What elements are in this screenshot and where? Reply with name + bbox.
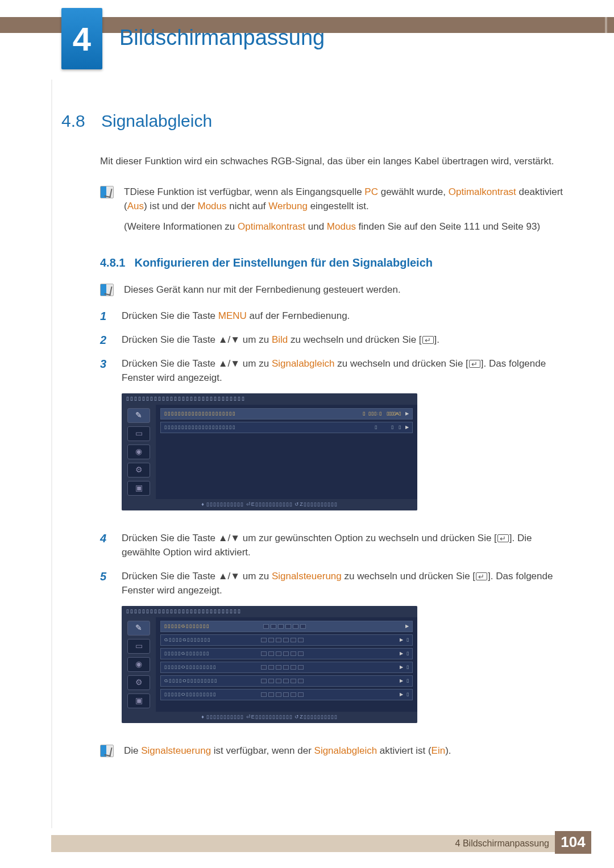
t: zu wechseln und drücken Sie [ — [334, 358, 468, 369]
hl-optimalkontrast: Optimalkontrast — [238, 221, 305, 232]
step-text: Drücken Sie die Taste ▲/▼ um zu Signalst… — [122, 569, 569, 734]
osd-row-label: ▯▯▯▯▯O▯▯▯▯▯▯▯▯▯ — [164, 664, 258, 671]
note-block-2: Dieses Gerät kann nur mit der Fernbedien… — [100, 283, 569, 297]
t: ▯▯▯▯A▯ — [387, 410, 401, 417]
subsection-number: 4.8.1 — [100, 254, 125, 271]
hl-modus: Modus — [197, 201, 226, 211]
osd-row-label: ▯▯▯▯▯▯▯▯▯▯▯▯▯▯▯▯▯▯▯▯▯ — [164, 410, 363, 417]
t: Drücken Sie die Taste ▲/▼ um zu — [122, 358, 272, 369]
arrow-right-icon: ▶ — [400, 691, 403, 698]
osd-scale — [261, 679, 392, 683]
enter-icon — [476, 572, 487, 580]
osd-row-value: ▯ — [406, 637, 409, 643]
footer-text: 4 Bildschirmanpassung — [455, 837, 555, 850]
osd-scale — [261, 665, 392, 670]
osd-sidebar-icon: ▣ — [127, 693, 150, 708]
osd-screenshot-1: ▯▯▯▯▯▯▯▯▯▯▯▯▯▯▯▯▯▯▯▯▯▯▯▯▯▯▯▯▯▯ ✎ ▭ ◉ ⚙ ▣… — [122, 393, 417, 510]
t: und — [305, 221, 327, 232]
osd-scale — [261, 638, 392, 642]
enter-icon — [422, 336, 434, 344]
enter-icon — [497, 534, 509, 542]
osd-sidebar-icon: ✎ — [127, 621, 150, 636]
step-number: 4 — [100, 531, 111, 560]
t: zu wechseln und drücken Sie [ — [342, 571, 475, 582]
arrow-right-icon: ▶ — [400, 637, 403, 643]
hl-ein: Ein — [432, 745, 446, 756]
arrow-right-icon: ▶ — [405, 424, 409, 431]
step-3: 3 Drücken Sie die Taste ▲/▼ um zu Signal… — [100, 356, 569, 522]
t: TDiese Funktion ist verfügbar, wenn als … — [124, 186, 364, 197]
note-block-1: TDiese Funktion ist verfügbar, wenn als … — [100, 185, 569, 234]
osd-row: ▯▯▯▯▯▯▯▯▯▯▯▯▯▯▯▯▯▯▯▯▯ ▯ ▯▯▯:▯ ▯▯▯▯A▯ ▶ — [160, 408, 413, 420]
arrow-right-icon: ▶ — [400, 650, 403, 657]
hl-signalabgleich: Signalabgleich — [314, 745, 377, 756]
t: (Weitere Informationen zu — [124, 221, 238, 232]
hl-modus: Modus — [327, 221, 356, 232]
osd-sidebar-icon: ⚙ — [127, 675, 150, 690]
note-text-1: TDiese Funktion ist verfügbar, wenn als … — [124, 185, 569, 234]
t: finden Sie auf den Seite 111 und Seite 9… — [356, 221, 540, 232]
note-icon — [100, 284, 114, 296]
section-title: Signalabgleich — [101, 108, 212, 134]
osd-main: ▯▯▯▯▯G▯▯▯▯▯▯▯▶G▯▯▯▯G▯▯▯▯▯▯▯▶ ▯▯▯▯▯▯G▯▯▯▯… — [156, 617, 417, 712]
osd-row-value: ▯ — [406, 678, 409, 684]
osd-row: ▯▯▯▯▯G▯▯▯▯▯▯▯▶ ▯ — [160, 648, 413, 659]
t: ) ist und der — [144, 201, 198, 211]
hl-pc: PC — [364, 186, 378, 197]
osd-footer: ♦ ▯▯▯▯▯▯▯▯▯▯▯ ⏎E▯▯▯▯▯▯▯▯▯▯▯ ↺Z▯▯▯▯▯▯▯▯▯▯ — [122, 499, 417, 510]
osd-row-label: ▯▯▯▯▯▯▯▯▯▯▯▯▯▯▯▯▯▯▯▯▯ — [164, 424, 375, 431]
hl-signalsteuerung: Signalsteuerung — [141, 745, 211, 756]
step-2: 2 Drücken Sie die Taste ▲/▼ um zu Bild z… — [100, 333, 569, 347]
osd-footer: ♦ ▯▯▯▯▯▯▯▯▯▯▯ ⏎E▯▯▯▯▯▯▯▯▯▯▯ ↺Z▯▯▯▯▯▯▯▯▯▯ — [122, 712, 417, 723]
arrow-right-icon: ▶ — [400, 678, 403, 684]
page-content: 4.8 Signalabgleich Mit dieser Funktion w… — [61, 108, 569, 769]
osd-row: G▯▯▯▯G▯▯▯▯▯▯▯▶ ▯ — [160, 634, 413, 646]
step-text: Drücken Sie die Taste MENU auf der Fernb… — [122, 309, 569, 323]
osd-row-value: ▯▯▯:▯ — [365, 410, 382, 417]
t: Die — [124, 745, 141, 756]
step-4: 4 Drücken Sie die Taste ▲/▼ um zur gewün… — [100, 531, 569, 560]
osd-row: G▯▯▯▯O▯▯▯▯▯▯▯▯▯▶ ▯ — [160, 675, 413, 687]
page-number: 104 — [555, 831, 591, 854]
osd-sidebar-icon: ✎ — [127, 408, 150, 423]
t: Drücken Sie die Taste ▲/▼ um zu — [122, 334, 272, 345]
osd-header: ▯▯▯▯▯▯▯▯▯▯▯▯▯▯▯▯▯▯▯▯▯▯▯▯▯▯▯▯▯ — [122, 606, 417, 617]
footer-bar: 4 Bildschirmanpassung 104 — [51, 835, 591, 852]
chapter-title: Bildschirmanpassung — [119, 22, 325, 54]
osd-row: ▯▯▯▯▯O▯▯▯▯▯▯▯▯▯▶ ▯ — [160, 689, 413, 700]
step-number: 5 — [100, 569, 111, 734]
hl-signalsteuerung: Signalsteuerung — [272, 571, 342, 582]
step-number: 2 — [100, 333, 111, 347]
t: auf der Fernbedienung. — [247, 310, 350, 321]
section-heading: 4.8 Signalabgleich — [61, 108, 569, 134]
osd-sidebar-icon: ▣ — [127, 481, 150, 496]
osd-row: ▯▯▯▯▯G▯▯▯▯▯▯▯▶ — [160, 621, 413, 632]
osd-header: ▯▯▯▯▯▯▯▯▯▯▯▯▯▯▯▯▯▯▯▯▯▯▯▯▯▯▯▯▯▯ — [122, 393, 417, 405]
t: Drücken Sie die Taste ▲/▼ um zu — [122, 571, 272, 582]
osd-row: ▯▯▯▯▯O▯▯▯▯▯▯▯▯▯▶ ▯ — [160, 662, 413, 673]
step-text: Drücken Sie die Taste ▲/▼ um zu Bild zu … — [122, 333, 569, 347]
osd-scale — [263, 624, 397, 629]
t: eingestellt ist. — [308, 201, 369, 211]
t: gewählt wurde, — [378, 186, 449, 197]
hl-optimalkontrast: Optimalkontrast — [449, 186, 516, 197]
t: Drücken Sie die Taste ▲/▼ um zur gewünsc… — [122, 533, 497, 543]
osd-scale — [261, 651, 392, 656]
note-block-3: Die Signalsteuerung ist verfügbar, wenn … — [100, 744, 569, 758]
osd-row: ▯▯▯▯▯▯▯▯▯▯▯▯▯▯▯▯▯▯▯▯▯ ▯ ▯ ▯ ▶ — [160, 422, 413, 433]
subsection-title: Konfigurieren der Einstellungen für den … — [134, 254, 433, 271]
step-number: 3 — [100, 356, 111, 522]
t: nicht auf — [227, 201, 269, 211]
osd-row-value: ▯ — [406, 650, 409, 657]
left-rule — [51, 80, 52, 828]
step-list: 1 Drücken Sie die Taste MENU auf der Fer… — [100, 309, 569, 734]
osd-sidebar-icon: ◉ — [127, 445, 150, 459]
step-number: 1 — [100, 309, 111, 323]
t: ▯ — [399, 424, 401, 431]
enter-icon — [469, 360, 480, 368]
hl-werbung: Werbung — [268, 201, 308, 211]
osd-row-label: ▯▯▯▯▯O▯▯▯▯▯▯▯▯▯ — [164, 691, 258, 698]
arrow-right-icon: ▶ — [405, 410, 409, 417]
osd-row-label: ▯▯▯▯▯G▯▯▯▯▯▯▯ — [164, 623, 260, 630]
osd-screenshot-2: ▯▯▯▯▯▯▯▯▯▯▯▯▯▯▯▯▯▯▯▯▯▯▯▯▯▯▯▯▯ ✎ ▭ ◉ ⚙ ▣ … — [122, 606, 417, 723]
